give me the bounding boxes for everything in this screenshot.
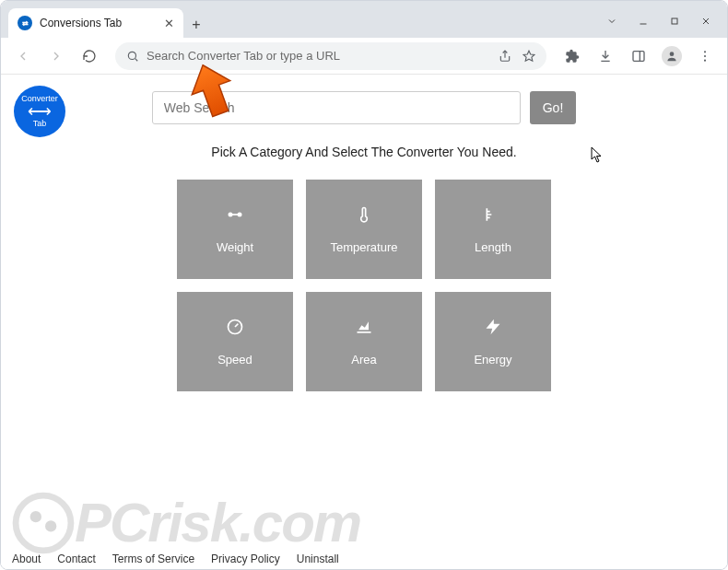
speed-icon (226, 318, 244, 336)
card-label: Temperature (331, 240, 398, 254)
footer-links: About Contact Terms of Service Privacy P… (12, 553, 339, 565)
bookmark-star-icon[interactable] (523, 50, 535, 63)
svg-point-21 (16, 495, 71, 551)
svg-line-19 (235, 323, 238, 326)
svg-point-13 (704, 54, 706, 56)
watermark-text: PCrisk.com (75, 491, 360, 554)
go-button[interactable]: Go! (530, 91, 577, 124)
card-label: Area (351, 353, 376, 366)
close-window-button[interactable] (692, 10, 720, 32)
menu-button[interactable] (692, 43, 718, 69)
converter-tab-logo: Converter ⟷ Tab (14, 86, 65, 137)
browser-toolbar: Search Converter Tab or type a URL (1, 38, 727, 75)
maximize-button[interactable] (661, 10, 688, 32)
downloads-icon[interactable] (593, 43, 618, 69)
area-icon (355, 318, 373, 336)
svg-point-23 (45, 520, 56, 531)
new-tab-button[interactable]: + (183, 12, 209, 38)
svg-point-4 (128, 52, 135, 59)
card-label: Energy (474, 353, 511, 366)
card-speed[interactable]: Speed (177, 292, 293, 391)
svg-point-11 (670, 52, 675, 56)
page-content: Converter ⟷ Tab Go! Pick A Category And … (1, 75, 727, 570)
close-tab-icon[interactable]: ✕ (164, 17, 174, 30)
watermark: PCrisk.com (12, 491, 408, 554)
sidepanel-icon[interactable] (626, 43, 652, 69)
footer-uninstall[interactable]: Uninstall (297, 553, 339, 565)
card-weight[interactable]: Weight (177, 180, 293, 279)
profile-button[interactable] (659, 43, 685, 69)
thermometer-icon (355, 205, 373, 224)
ruler-icon (484, 205, 502, 224)
reload-button[interactable] (76, 43, 102, 69)
watermark-logo-icon (12, 492, 75, 554)
footer-tos[interactable]: Terms of Service (112, 553, 194, 565)
address-bar[interactable]: Search Converter Tab or type a URL (115, 42, 546, 70)
browser-tab[interactable]: ⇄ Conversions Tab ✕ (8, 8, 183, 38)
card-label: Weight (217, 240, 253, 254)
back-button[interactable] (10, 43, 36, 69)
category-grid: Weight Temperature Length Speed Area Ene… (1, 180, 727, 391)
minimize-button[interactable] (629, 10, 657, 32)
logo-line2: Tab (33, 120, 47, 128)
footer-contact[interactable]: Contact (57, 553, 95, 565)
window-controls (598, 10, 720, 38)
card-length[interactable]: Length (435, 180, 551, 279)
energy-icon (484, 318, 502, 336)
omnibox-placeholder: Search Converter Tab or type a URL (147, 49, 491, 63)
svg-point-22 (30, 511, 41, 522)
card-energy[interactable]: Energy (435, 292, 551, 391)
card-label: Speed (217, 353, 252, 366)
svg-line-5 (135, 58, 138, 61)
svg-rect-1 (672, 18, 677, 24)
forward-button[interactable] (43, 43, 69, 69)
web-search-input[interactable] (152, 91, 521, 124)
chevron-down-icon[interactable] (598, 10, 626, 32)
svg-rect-17 (232, 214, 239, 215)
footer-about[interactable]: About (12, 553, 41, 565)
svg-marker-20 (487, 319, 500, 334)
category-prompt: Pick A Category And Select The Converter… (1, 145, 727, 159)
tab-title: Conversions Tab (40, 17, 157, 29)
footer-privacy[interactable]: Privacy Policy (211, 553, 280, 565)
svg-point-14 (704, 59, 706, 61)
share-icon[interactable] (499, 50, 511, 63)
arrows-icon: ⟷ (28, 103, 52, 120)
card-temperature[interactable]: Temperature (306, 180, 422, 279)
tab-favicon-icon: ⇄ (18, 16, 32, 30)
svg-rect-9 (633, 51, 644, 61)
search-icon (126, 50, 139, 63)
svg-marker-7 (523, 51, 534, 61)
svg-point-12 (704, 51, 706, 52)
card-area[interactable]: Area (306, 292, 422, 391)
window-titlebar: ⇄ Conversions Tab ✕ + (1, 1, 727, 38)
card-label: Length (475, 240, 511, 254)
extensions-icon[interactable] (559, 43, 585, 69)
weight-icon (226, 205, 244, 224)
